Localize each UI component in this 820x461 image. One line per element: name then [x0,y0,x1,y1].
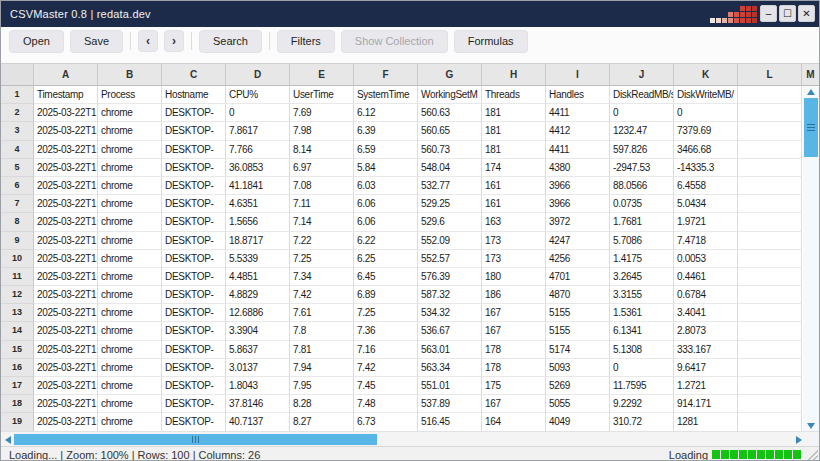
cell[interactable]: 5269 [546,377,610,395]
cell[interactable]: 4412 [546,122,610,140]
cell[interactable]: 534.32 [418,304,482,322]
cell[interactable]: 0 [226,104,290,122]
cell[interactable]: 4049 [546,413,610,431]
column-header-F[interactable]: F [354,64,418,86]
cell[interactable]: chrome [98,304,162,322]
row-header[interactable]: 16 [1,359,34,377]
cell[interactable]: chrome [98,377,162,395]
cell[interactable]: 551.01 [418,377,482,395]
cell[interactable]: chrome [98,104,162,122]
cell[interactable]: 6.06 [354,213,418,231]
cell[interactable]: 6.39 [354,122,418,140]
vertical-scrollbar[interactable] [803,86,819,432]
cell[interactable]: 7.34 [290,268,354,286]
grid-corner[interactable] [1,64,34,86]
cell[interactable]: Process [98,86,162,104]
cell[interactable] [738,177,802,195]
cell[interactable]: 2.8073 [674,322,738,340]
cell[interactable]: DESKTOP- [162,141,226,159]
horizontal-scrollbar[interactable] [1,431,819,446]
formulas-button[interactable]: Formulas [454,30,528,53]
cell[interactable]: 0 [610,359,674,377]
cell[interactable]: 2025-03-22T1 [34,195,98,213]
cell[interactable]: 7379.69 [674,122,738,140]
column-header-D[interactable]: D [226,64,290,86]
maximize-button[interactable]: ☐ [779,5,796,22]
vertical-scrollbar-thumb[interactable] [804,98,818,157]
minimize-button[interactable]: – [760,5,777,22]
cell[interactable]: 597.826 [610,141,674,159]
row-header[interactable]: 13 [1,304,34,322]
row-header[interactable]: 10 [1,250,34,268]
cell[interactable]: chrome [98,232,162,250]
cell[interactable]: 161 [482,177,546,195]
column-header-C[interactable]: C [162,64,226,86]
cell[interactable]: 529.25 [418,195,482,213]
cell[interactable]: 7.8617 [226,122,290,140]
row-header[interactable]: 4 [1,141,34,159]
cell[interactable]: 41.1841 [226,177,290,195]
cell[interactable]: 3.0137 [226,359,290,377]
cell[interactable]: 576.39 [418,268,482,286]
cell[interactable]: 3466.68 [674,141,738,159]
cell[interactable]: 167 [482,304,546,322]
row-header[interactable]: 3 [1,122,34,140]
scroll-left-arrow-icon[interactable] [2,432,14,447]
cell[interactable]: chrome [98,395,162,413]
cell[interactable]: 174 [482,159,546,177]
cell[interactable]: 4701 [546,268,610,286]
cell[interactable]: 2025-03-22T1 [34,213,98,231]
cell[interactable]: 1.5656 [226,213,290,231]
cell[interactable]: 3.2645 [610,268,674,286]
horizontal-scrollbar-thumb[interactable] [14,434,377,445]
row-header[interactable]: 8 [1,213,34,231]
cell[interactable]: chrome [98,195,162,213]
cell[interactable] [738,286,802,304]
cell[interactable]: UserTime [290,86,354,104]
next-button[interactable]: › [164,30,184,52]
cell[interactable]: 1281 [674,413,738,431]
cell[interactable]: 1.7681 [610,213,674,231]
prev-button[interactable]: ‹ [138,30,158,52]
filters-button[interactable]: Filters [277,30,335,53]
cell[interactable]: DESKTOP- [162,104,226,122]
cell[interactable]: 560.65 [418,122,482,140]
cell[interactable]: 5155 [546,322,610,340]
cell[interactable] [738,359,802,377]
cell[interactable]: 536.67 [418,322,482,340]
cell[interactable]: 1.4175 [610,250,674,268]
cell[interactable]: 8.14 [290,141,354,159]
cell[interactable]: 7.98 [290,122,354,140]
cell[interactable]: 2025-03-22T1 [34,232,98,250]
row-header[interactable]: 7 [1,195,34,213]
cell[interactable]: 914.171 [674,395,738,413]
row-header[interactable]: 11 [1,268,34,286]
cell[interactable]: 1.2721 [674,377,738,395]
cell[interactable]: Timestamp [34,86,98,104]
cell[interactable]: 2025-03-22T1 [34,159,98,177]
cell[interactable]: 2025-03-22T1 [34,141,98,159]
cell[interactable]: 6.73 [354,413,418,431]
cell[interactable]: 2025-03-22T1 [34,359,98,377]
cell[interactable]: 2025-03-22T1 [34,104,98,122]
cell[interactable]: DiskReadMB/s [610,86,674,104]
row-header[interactable]: 17 [1,377,34,395]
cell[interactable]: DESKTOP- [162,286,226,304]
cell[interactable] [738,195,802,213]
cell[interactable]: 532.77 [418,177,482,195]
cell[interactable]: 4.4851 [226,268,290,286]
cell[interactable]: 2025-03-22T1 [34,413,98,431]
cell[interactable]: 173 [482,232,546,250]
cell[interactable]: 1.8043 [226,377,290,395]
cell[interactable] [738,232,802,250]
cell[interactable]: 161 [482,195,546,213]
cell[interactable] [738,322,802,340]
cell[interactable] [738,395,802,413]
cell[interactable]: CPU% [226,86,290,104]
cell[interactable] [738,104,802,122]
row-header[interactable]: 9 [1,232,34,250]
cell[interactable]: 1232.47 [610,122,674,140]
cell[interactable]: chrome [98,213,162,231]
cell[interactable]: 7.766 [226,141,290,159]
cell[interactable] [738,122,802,140]
